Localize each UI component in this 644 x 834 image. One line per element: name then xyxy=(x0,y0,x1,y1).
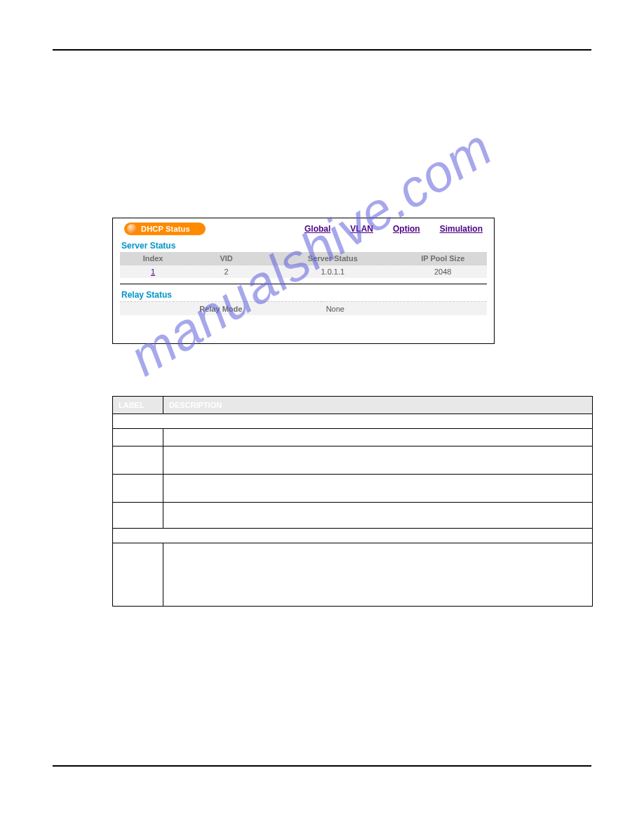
title-pill: DHCP Status xyxy=(124,223,206,235)
cell-pool: 2048 xyxy=(398,265,487,279)
table-row: Relay ModeThis field displays: • None – … xyxy=(113,543,593,607)
sphere-icon xyxy=(127,224,137,234)
table-row: Server StatusThis field displays the sta… xyxy=(113,475,593,503)
fig-divider xyxy=(120,284,487,284)
figure-title-row: DHCP Status Global VLAN Option Simulatio… xyxy=(120,223,487,235)
description-table: LABEL DESCRIPTION Server Status IndexThi… xyxy=(112,396,593,607)
intro-line-2: Use this screen to configure DHCP settin… xyxy=(112,161,419,174)
link-global[interactable]: Global xyxy=(304,224,330,234)
cell-server-status: 1.0.1.1 xyxy=(267,265,398,279)
relay-row: Relay Mode None xyxy=(120,301,487,315)
section-server-status: Server Status xyxy=(113,414,593,429)
col-ip-pool-size: IP Pool Size xyxy=(398,252,487,265)
desc-head-desc: DESCRIPTION xyxy=(163,397,593,414)
table-row: IP Pool SizeThis field displays the size… xyxy=(113,503,593,529)
index-link[interactable]: 1 xyxy=(151,267,155,276)
link-simulation[interactable]: Simulation xyxy=(440,224,483,234)
server-status-label: Server Status xyxy=(121,241,487,251)
footer-page: 272 xyxy=(56,771,70,781)
figure-nav-links: Global VLAN Option Simulation xyxy=(304,224,483,234)
rule-top xyxy=(53,49,591,51)
table-row: IndexThis field displays the index numbe… xyxy=(113,429,593,446)
link-vlan[interactable]: VLAN xyxy=(350,224,373,234)
description-table-wrap: Table 104 IP Application > DHCP > Status… xyxy=(112,386,593,607)
table-caption: Table 104 IP Application > DHCP > Status xyxy=(112,386,593,395)
chapter-label: Chapter 30 DHCP xyxy=(520,35,588,45)
rule-bottom xyxy=(53,765,591,767)
heading-main-dhcp-status: Main DHCP Status xyxy=(74,140,168,153)
footer-doc: MGS-3712/MGS-3712F User's Guide xyxy=(448,771,588,781)
figure-caption: Figure 130 IP Application > DHCP > Statu… xyxy=(112,208,267,216)
cell-vid: 2 xyxy=(186,265,267,279)
section-relay-status: Relay Status xyxy=(113,529,593,543)
table-row: 1 2 1.0.1.1 2048 xyxy=(120,265,487,279)
relay-status-label: Relay Status xyxy=(121,290,487,300)
relay-mode-label: Relay Mode xyxy=(120,301,322,315)
relay-mode-value: None xyxy=(322,301,487,315)
col-index: Index xyxy=(120,252,186,265)
col-vid: VID xyxy=(186,252,267,265)
col-server-status: Server Status xyxy=(267,252,398,265)
link-option[interactable]: Option xyxy=(393,224,420,234)
table-row: VIDThis field displays the VLAN ID for w… xyxy=(113,446,593,475)
heading-dhcp-status: 30.8 DHCP Status xyxy=(74,81,188,97)
desc-head-label: LABEL xyxy=(113,397,163,414)
server-status-table: Index VID Server Status IP Pool Size 1 2… xyxy=(120,252,487,278)
title-pill-text: DHCP Status xyxy=(141,225,190,233)
figure-dhcp-status: DHCP Status Global VLAN Option Simulatio… xyxy=(112,218,495,344)
intro-line-1: Click IP Application > DHCP in the navig… xyxy=(112,102,438,114)
